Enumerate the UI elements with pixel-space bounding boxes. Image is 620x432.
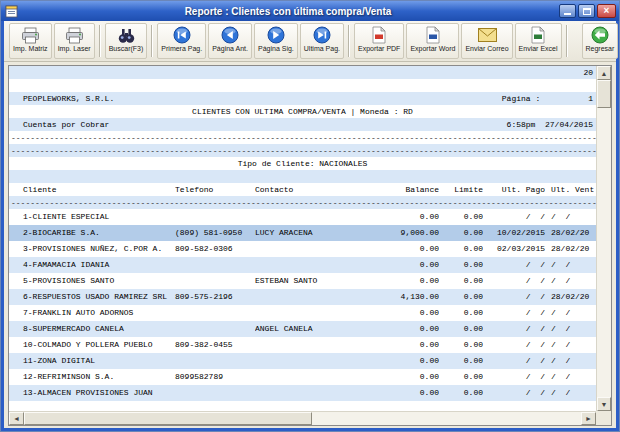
table-row[interactable]: 3-PROVISIONES NUÑEZ, C.POR A.809-582-030… [9, 241, 596, 257]
column-header-balance: Balance [335, 183, 439, 196]
maximize-icon [583, 8, 591, 15]
toolbar-button-label: Buscar(F3) [109, 45, 144, 52]
toolbar-button-buscar-f3[interactable]: Buscar(F3) [105, 23, 148, 59]
toolbar-separator [566, 25, 568, 57]
table-row[interactable]: 11-ZONA DIGITAL0.000.00/ // / [9, 353, 596, 369]
scroll-right-button[interactable]: ► [581, 412, 596, 425]
cell-limite: 0.00 [439, 305, 483, 321]
cell-contacto [255, 369, 335, 385]
cell-ult-venta: / / [545, 273, 596, 289]
cell-limite: 0.00 [439, 321, 483, 337]
cell-ult-venta: / / [545, 305, 596, 321]
cell-contacto [255, 305, 335, 321]
cell-telefono [175, 353, 255, 369]
cell-limite: 0.00 [439, 257, 483, 273]
vertical-scrollbar[interactable]: ▲ ▼ [596, 66, 611, 411]
cell-contacto: LUCY ARACENA [255, 225, 335, 241]
cell-telefono: (809) 581-0950 [175, 225, 255, 241]
cell-contacto: ANGEL CANELA [255, 321, 335, 337]
cell-cliente: 7-FRANKLIN AUTO ADORNOS [9, 305, 175, 321]
toolbar-button-imp-matriz[interactable]: Imp. Matriz [9, 23, 52, 59]
scroll-up-button[interactable]: ▲ [597, 66, 611, 80]
table-row[interactable]: 8-SUPERMERCADO CANELAANGEL CANELA0.000.0… [9, 321, 596, 337]
cell-ult-venta: / / [545, 337, 596, 353]
scroll-up-icon: ▲ [601, 70, 608, 77]
cell-ult-pago: / / [483, 337, 545, 353]
cell-telefono [175, 385, 255, 401]
report-meta-left: PEOPLEWORKS, S.R.L. [23, 92, 114, 105]
cell-telefono: 809-382-0455 [175, 337, 255, 353]
table-row[interactable]: 13-ALMACEN PROVISIONES JUAN0.000.00/ // … [9, 385, 596, 401]
cell-balance: 0.00 [335, 369, 439, 385]
toolbar-button-regresar[interactable]: Regresar [582, 23, 619, 59]
cell-contacto [255, 353, 335, 369]
printer-icon [65, 26, 84, 44]
toolbar-button-label: Imp. Matriz [13, 45, 48, 52]
close-button[interactable]: × [597, 4, 616, 18]
cell-telefono [175, 321, 255, 337]
minimize-button[interactable] [559, 4, 576, 18]
cell-ult-venta: / / [545, 353, 596, 369]
toolbar-button-ultima-pag[interactable]: Ultima Pag. [300, 23, 344, 59]
toolbar-button-p-gina-ant[interactable]: Página Ant. [208, 23, 252, 59]
cell-limite: 0.00 [439, 241, 483, 257]
cell-balance: 0.00 [335, 257, 439, 273]
cell-cliente: 10-COLMADO Y POLLERA PUEBLO [9, 337, 175, 353]
toolbar-button-exportar-word[interactable]: Exportar Word [406, 23, 459, 59]
cell-contacto [255, 385, 335, 401]
toolbar-button-primera-pag[interactable]: Primera Pag. [157, 23, 206, 59]
cell-ult-pago: / / [483, 273, 545, 289]
table-row[interactable]: 5-PROVISIONES SANTOESTEBAN SANTO0.000.00… [9, 273, 596, 289]
toolbar-separator [99, 25, 101, 57]
table-row[interactable]: 10-COLMADO Y POLLERA PUEBLO809-382-04550… [9, 337, 596, 353]
cell-ult-pago: / / [483, 305, 545, 321]
report-meta-right: Página : 1 [502, 92, 593, 105]
maximize-button[interactable] [578, 4, 595, 18]
vertical-scroll-thumb[interactable] [597, 80, 611, 108]
report-line: ----------------------------------------… [9, 131, 596, 144]
horizontal-scrollbar[interactable]: ◄ ► [9, 411, 596, 425]
cell-cliente: 6-RESPUESTOS USADO RAMIREZ SRL [9, 289, 175, 305]
nav-first-icon [173, 26, 191, 44]
table-row[interactable]: 12-REFRIMINSON S.A.80995827890.000.00/ /… [9, 369, 596, 385]
toolbar-button-enviar-correo[interactable]: Enviar Correo [461, 23, 512, 59]
cell-ult-pago: / / [483, 369, 545, 385]
cell-balance: 0.00 [335, 353, 439, 369]
scroll-down-button[interactable]: ▼ [597, 397, 611, 411]
cell-telefono: 809-575-2196 [175, 289, 255, 305]
cell-limite: 0.00 [439, 225, 483, 241]
window-title: Reporte : Clientes con última compra/Ven… [19, 6, 557, 17]
report-line: ----------------------------------------… [9, 144, 596, 157]
cell-limite: 0.00 [439, 385, 483, 401]
toolbar-button-imp-laser[interactable]: Imp. Laser [54, 23, 95, 59]
table-row[interactable]: 4-FAMAMACIA IDANIA0.000.00/ // / [9, 257, 596, 273]
report-line [9, 79, 596, 92]
toolbar-group: Primera Pag.Página Ant.Página Sig.Ultima… [156, 23, 345, 59]
cell-ult-venta: 28/02/20 [545, 289, 596, 305]
cell-cliente: 3-PROVISIONES NUÑEZ, C.POR A. [9, 241, 175, 257]
cell-ult-pago: / / [483, 257, 545, 273]
toolbar-button-p-gina-sig[interactable]: Página Sig. [254, 23, 298, 59]
column-header-contacto: Contacto [255, 183, 335, 196]
titlebar[interactable]: Reporte : Clientes con última compra/Ven… [1, 1, 619, 21]
report-line: ----------------------------------------… [9, 196, 596, 209]
toolbar-button-enviar-excel[interactable]: Enviar Excel [515, 23, 562, 59]
report-line: Tipo de Cliente: NACIONALES [9, 157, 596, 170]
cell-ult-venta: / / [545, 209, 596, 225]
report-line: PEOPLEWORKS, S.R.L.Página : 1 [9, 92, 596, 105]
toolbar-button-label: Regresar [586, 45, 615, 52]
table-row[interactable]: 7-FRANKLIN AUTO ADORNOS0.000.00/ // / [9, 305, 596, 321]
horizontal-scroll-thumb[interactable] [24, 412, 312, 425]
toolbar-button-exportar-pdf[interactable]: Exportar PDF [354, 23, 404, 59]
cell-limite: 0.00 [439, 289, 483, 305]
page-excel-icon [530, 26, 546, 44]
table-row[interactable]: 2-BIOCARIBE S.A.(809) 581-0950LUCY ARACE… [9, 225, 596, 241]
cell-ult-venta: / / [545, 385, 596, 401]
table-row[interactable]: 1-CLIENTE ESPECIAL0.000.00/ // / [9, 209, 596, 225]
scroll-left-button[interactable]: ◄ [9, 412, 24, 425]
cell-telefono [175, 209, 255, 225]
cell-ult-venta: 28/02/20 [545, 225, 596, 241]
scroll-right-icon: ► [585, 415, 592, 422]
cell-ult-venta: / / [545, 321, 596, 337]
table-row[interactable]: 6-RESPUESTOS USADO RAMIREZ SRL809-575-21… [9, 289, 596, 305]
